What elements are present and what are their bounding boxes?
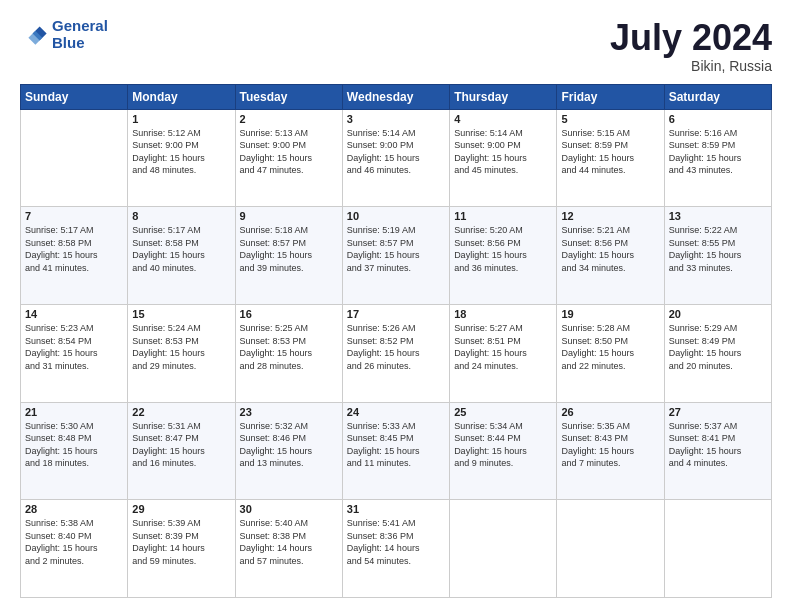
calendar-cell: 31Sunrise: 5:41 AM Sunset: 8:36 PM Dayli…	[342, 500, 449, 598]
calendar-cell	[450, 500, 557, 598]
calendar-cell: 17Sunrise: 5:26 AM Sunset: 8:52 PM Dayli…	[342, 304, 449, 402]
day-number: 23	[240, 406, 338, 418]
day-number: 9	[240, 210, 338, 222]
day-info: Sunrise: 5:38 AM Sunset: 8:40 PM Dayligh…	[25, 517, 123, 567]
day-info: Sunrise: 5:15 AM Sunset: 8:59 PM Dayligh…	[561, 127, 659, 177]
day-info: Sunrise: 5:40 AM Sunset: 8:38 PM Dayligh…	[240, 517, 338, 567]
day-info: Sunrise: 5:37 AM Sunset: 8:41 PM Dayligh…	[669, 420, 767, 470]
day-info: Sunrise: 5:28 AM Sunset: 8:50 PM Dayligh…	[561, 322, 659, 372]
calendar-cell: 14Sunrise: 5:23 AM Sunset: 8:54 PM Dayli…	[21, 304, 128, 402]
day-header-friday: Friday	[557, 84, 664, 109]
calendar-cell: 29Sunrise: 5:39 AM Sunset: 8:39 PM Dayli…	[128, 500, 235, 598]
calendar-week-3: 14Sunrise: 5:23 AM Sunset: 8:54 PM Dayli…	[21, 304, 772, 402]
day-info: Sunrise: 5:19 AM Sunset: 8:57 PM Dayligh…	[347, 224, 445, 274]
day-info: Sunrise: 5:32 AM Sunset: 8:46 PM Dayligh…	[240, 420, 338, 470]
day-info: Sunrise: 5:29 AM Sunset: 8:49 PM Dayligh…	[669, 322, 767, 372]
header: General Blue July 2024 Bikin, Russia	[20, 18, 772, 74]
day-number: 5	[561, 113, 659, 125]
calendar-cell: 25Sunrise: 5:34 AM Sunset: 8:44 PM Dayli…	[450, 402, 557, 500]
calendar-cell: 12Sunrise: 5:21 AM Sunset: 8:56 PM Dayli…	[557, 207, 664, 305]
day-number: 8	[132, 210, 230, 222]
calendar-cell: 1Sunrise: 5:12 AM Sunset: 9:00 PM Daylig…	[128, 109, 235, 207]
day-header-monday: Monday	[128, 84, 235, 109]
day-info: Sunrise: 5:31 AM Sunset: 8:47 PM Dayligh…	[132, 420, 230, 470]
day-number: 4	[454, 113, 552, 125]
day-number: 12	[561, 210, 659, 222]
calendar-cell: 26Sunrise: 5:35 AM Sunset: 8:43 PM Dayli…	[557, 402, 664, 500]
day-info: Sunrise: 5:34 AM Sunset: 8:44 PM Dayligh…	[454, 420, 552, 470]
day-number: 14	[25, 308, 123, 320]
day-number: 10	[347, 210, 445, 222]
day-info: Sunrise: 5:22 AM Sunset: 8:55 PM Dayligh…	[669, 224, 767, 274]
day-number: 1	[132, 113, 230, 125]
logo-general: General	[52, 17, 108, 34]
calendar-week-2: 7Sunrise: 5:17 AM Sunset: 8:58 PM Daylig…	[21, 207, 772, 305]
logo: General Blue	[20, 18, 108, 51]
day-number: 22	[132, 406, 230, 418]
day-header-tuesday: Tuesday	[235, 84, 342, 109]
day-info: Sunrise: 5:23 AM Sunset: 8:54 PM Dayligh…	[25, 322, 123, 372]
calendar-cell: 9Sunrise: 5:18 AM Sunset: 8:57 PM Daylig…	[235, 207, 342, 305]
calendar-cell: 23Sunrise: 5:32 AM Sunset: 8:46 PM Dayli…	[235, 402, 342, 500]
day-info: Sunrise: 5:20 AM Sunset: 8:56 PM Dayligh…	[454, 224, 552, 274]
calendar-table: SundayMondayTuesdayWednesdayThursdayFrid…	[20, 84, 772, 598]
calendar-cell: 15Sunrise: 5:24 AM Sunset: 8:53 PM Dayli…	[128, 304, 235, 402]
day-info: Sunrise: 5:30 AM Sunset: 8:48 PM Dayligh…	[25, 420, 123, 470]
calendar-cell: 8Sunrise: 5:17 AM Sunset: 8:58 PM Daylig…	[128, 207, 235, 305]
logo-blue: Blue	[52, 34, 85, 51]
day-info: Sunrise: 5:25 AM Sunset: 8:53 PM Dayligh…	[240, 322, 338, 372]
calendar-cell: 3Sunrise: 5:14 AM Sunset: 9:00 PM Daylig…	[342, 109, 449, 207]
calendar-header-row: SundayMondayTuesdayWednesdayThursdayFrid…	[21, 84, 772, 109]
day-number: 3	[347, 113, 445, 125]
calendar-week-4: 21Sunrise: 5:30 AM Sunset: 8:48 PM Dayli…	[21, 402, 772, 500]
day-info: Sunrise: 5:33 AM Sunset: 8:45 PM Dayligh…	[347, 420, 445, 470]
calendar-cell: 2Sunrise: 5:13 AM Sunset: 9:00 PM Daylig…	[235, 109, 342, 207]
day-info: Sunrise: 5:39 AM Sunset: 8:39 PM Dayligh…	[132, 517, 230, 567]
calendar-cell: 19Sunrise: 5:28 AM Sunset: 8:50 PM Dayli…	[557, 304, 664, 402]
day-info: Sunrise: 5:14 AM Sunset: 9:00 PM Dayligh…	[347, 127, 445, 177]
page: General Blue July 2024 Bikin, Russia Sun…	[0, 0, 792, 612]
day-info: Sunrise: 5:26 AM Sunset: 8:52 PM Dayligh…	[347, 322, 445, 372]
calendar-cell: 11Sunrise: 5:20 AM Sunset: 8:56 PM Dayli…	[450, 207, 557, 305]
main-title: July 2024	[610, 18, 772, 58]
calendar-cell: 27Sunrise: 5:37 AM Sunset: 8:41 PM Dayli…	[664, 402, 771, 500]
day-number: 27	[669, 406, 767, 418]
day-number: 2	[240, 113, 338, 125]
calendar-cell: 16Sunrise: 5:25 AM Sunset: 8:53 PM Dayli…	[235, 304, 342, 402]
day-info: Sunrise: 5:17 AM Sunset: 8:58 PM Dayligh…	[25, 224, 123, 274]
calendar-cell: 5Sunrise: 5:15 AM Sunset: 8:59 PM Daylig…	[557, 109, 664, 207]
calendar-cell: 6Sunrise: 5:16 AM Sunset: 8:59 PM Daylig…	[664, 109, 771, 207]
day-number: 17	[347, 308, 445, 320]
day-info: Sunrise: 5:17 AM Sunset: 8:58 PM Dayligh…	[132, 224, 230, 274]
calendar-cell: 22Sunrise: 5:31 AM Sunset: 8:47 PM Dayli…	[128, 402, 235, 500]
calendar-cell: 21Sunrise: 5:30 AM Sunset: 8:48 PM Dayli…	[21, 402, 128, 500]
calendar-week-5: 28Sunrise: 5:38 AM Sunset: 8:40 PM Dayli…	[21, 500, 772, 598]
day-number: 16	[240, 308, 338, 320]
day-number: 29	[132, 503, 230, 515]
day-header-saturday: Saturday	[664, 84, 771, 109]
day-number: 18	[454, 308, 552, 320]
day-number: 31	[347, 503, 445, 515]
day-number: 13	[669, 210, 767, 222]
day-number: 24	[347, 406, 445, 418]
day-number: 26	[561, 406, 659, 418]
logo-icon	[20, 21, 48, 49]
day-info: Sunrise: 5:24 AM Sunset: 8:53 PM Dayligh…	[132, 322, 230, 372]
day-number: 7	[25, 210, 123, 222]
day-header-wednesday: Wednesday	[342, 84, 449, 109]
day-info: Sunrise: 5:12 AM Sunset: 9:00 PM Dayligh…	[132, 127, 230, 177]
day-number: 25	[454, 406, 552, 418]
calendar-cell	[21, 109, 128, 207]
calendar-week-1: 1Sunrise: 5:12 AM Sunset: 9:00 PM Daylig…	[21, 109, 772, 207]
day-number: 20	[669, 308, 767, 320]
day-number: 19	[561, 308, 659, 320]
day-number: 30	[240, 503, 338, 515]
day-info: Sunrise: 5:16 AM Sunset: 8:59 PM Dayligh…	[669, 127, 767, 177]
calendar-cell: 13Sunrise: 5:22 AM Sunset: 8:55 PM Dayli…	[664, 207, 771, 305]
calendar-cell: 30Sunrise: 5:40 AM Sunset: 8:38 PM Dayli…	[235, 500, 342, 598]
calendar-cell	[664, 500, 771, 598]
day-info: Sunrise: 5:41 AM Sunset: 8:36 PM Dayligh…	[347, 517, 445, 567]
day-header-sunday: Sunday	[21, 84, 128, 109]
calendar-cell: 7Sunrise: 5:17 AM Sunset: 8:58 PM Daylig…	[21, 207, 128, 305]
calendar-cell: 28Sunrise: 5:38 AM Sunset: 8:40 PM Dayli…	[21, 500, 128, 598]
